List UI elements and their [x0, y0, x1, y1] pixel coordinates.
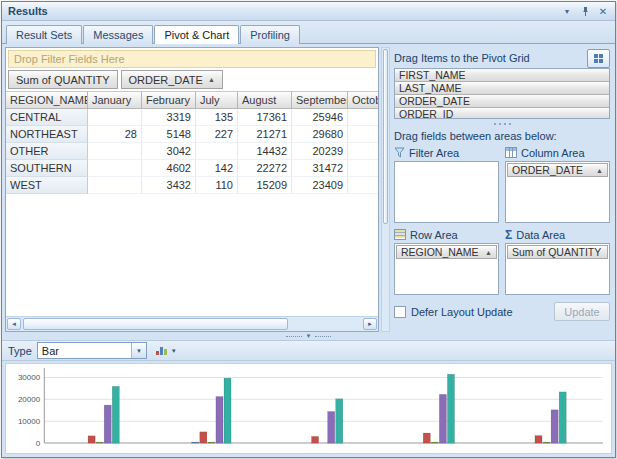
column-header-february[interactable]: February [142, 91, 196, 109]
row-header-southern[interactable]: SOUTHERN [6, 160, 88, 177]
data-cell: 29680 [292, 126, 348, 143]
data-cell: 3432 [142, 177, 196, 194]
tab-result-sets[interactable]: Result Sets [6, 25, 82, 44]
field-chooser-title: Drag Items to the Pivot Grid [394, 52, 587, 64]
field-list-item-order-id[interactable]: ORDER_ID [395, 108, 609, 119]
data-area-box[interactable]: Sum of QUANTITY [505, 243, 610, 295]
chart-type-select[interactable]: Bar ▼ [37, 342, 147, 359]
row-header-west[interactable]: WEST [6, 177, 88, 194]
row-header-other[interactable]: OTHER [6, 143, 88, 160]
field-list-item-first-name[interactable]: FIRST_NAME [395, 69, 609, 82]
area-field-label: REGION_NAME [401, 246, 479, 258]
column-field-button[interactable]: ORDER_DATE ▲ [121, 70, 223, 89]
splitter-collapse-icon[interactable]: ▼ [306, 333, 312, 339]
update-button[interactable]: Update [554, 302, 610, 321]
tab-messages[interactable]: Messages [83, 25, 153, 44]
field-chooser-grid-button[interactable] [587, 49, 610, 68]
data-cell [88, 143, 142, 160]
area-field-order-date[interactable]: ORDER_DATE▲ [507, 163, 608, 177]
field-list-item-order-date[interactable]: ORDER_DATE [395, 95, 609, 108]
area-field-region-name[interactable]: REGION_NAME▲ [396, 245, 497, 259]
chart-options-button[interactable]: ▼ [152, 342, 180, 360]
sigma-icon: Σ [505, 229, 512, 241]
chevron-down-icon[interactable]: ▼ [559, 4, 575, 18]
data-cell: 4602 [142, 160, 196, 177]
combo-dropdown-icon[interactable]: ▼ [131, 343, 146, 358]
resize-grip[interactable] [394, 119, 610, 128]
defer-row: Defer Layout Update Update [394, 302, 610, 321]
splitter-dash [315, 336, 331, 337]
field-list-item-last-name[interactable]: LAST_NAME [395, 82, 609, 95]
data-cell [88, 177, 142, 194]
filter-area-box[interactable] [394, 161, 499, 223]
data-area-label: Data Area [516, 229, 565, 241]
data-field-button[interactable]: Sum of QUANTITY [8, 70, 118, 89]
defer-checkbox[interactable] [394, 306, 406, 318]
pin-icon[interactable] [577, 4, 593, 18]
window-title: Results [8, 5, 557, 17]
scrollbar-track[interactable] [22, 318, 362, 331]
bar-july-central [96, 442, 103, 443]
row-area-box[interactable]: REGION_NAME▲ [394, 243, 499, 295]
chart-type-value: Bar [38, 345, 131, 357]
data-cell [88, 160, 142, 177]
v-scrollbar-thumb[interactable] [383, 49, 388, 224]
column-header-october[interactable]: October [348, 91, 379, 109]
area-field-sum-of-quantity[interactable]: Sum of QUANTITY [507, 245, 608, 259]
chart-options-dropdown-icon[interactable]: ▼ [171, 348, 177, 354]
y-tick-label: 0 [36, 439, 41, 448]
bar-september-northeast [224, 378, 231, 443]
row-field-label: REGION_NAME [10, 94, 88, 106]
y-tick-label: 20000 [18, 395, 41, 404]
data-cell [88, 109, 142, 126]
tab-profiling[interactable]: Profiling [240, 25, 300, 44]
column-header-july[interactable]: July [196, 91, 238, 109]
funnel-icon [394, 147, 405, 160]
row-field-button[interactable]: REGION_NAME▲ [6, 91, 88, 109]
rows-icon [394, 229, 406, 242]
column-area-label: Column Area [521, 147, 585, 159]
column-header-january[interactable]: January [88, 91, 142, 109]
sort-asc-icon: ▲ [596, 167, 603, 174]
data-cell [348, 177, 379, 194]
scroll-left-arrow[interactable]: ◄ [7, 318, 21, 330]
scrollbar-thumb[interactable] [23, 318, 288, 330]
scroll-right-arrow[interactable]: ► [363, 318, 377, 330]
pivot-header-row: REGION_NAME▲JanuaryFebruaryJulyAugustSep… [6, 91, 378, 109]
h-scrollbar[interactable]: ◄ ► [6, 316, 378, 331]
bar-january-northeast [192, 442, 199, 443]
data-cell [348, 126, 379, 143]
data-cell: 5148 [142, 126, 196, 143]
pane-splitter[interactable]: ▼ [2, 332, 615, 340]
bar-september-west [559, 392, 566, 443]
row-header-northeast[interactable]: NORTHEAST [6, 126, 88, 143]
bar-september-southern [447, 374, 454, 443]
tab-pivot-chart[interactable]: Pivot & Chart [154, 25, 239, 44]
data-cell: 17361 [238, 109, 292, 126]
data-cell [348, 143, 379, 160]
column-area-box[interactable]: ORDER_DATE▲ [505, 161, 610, 223]
field-list: FIRST_NAMELAST_NAMEORDER_DATEORDER_ID [394, 68, 610, 119]
row-area-header: Row Area [394, 227, 499, 243]
data-cell: 28 [88, 126, 142, 143]
bar-august-other [328, 412, 335, 444]
data-cell: 31472 [292, 160, 348, 177]
filter-drop-zone[interactable]: Drop Filter Fields Here [8, 50, 376, 68]
sort-asc-icon: ▲ [208, 76, 215, 83]
close-icon[interactable]: ✕ [595, 4, 611, 18]
column-header-august[interactable]: August [238, 91, 292, 109]
data-cell: 135 [196, 109, 238, 126]
data-cell: 142 [196, 160, 238, 177]
data-cell: 15209 [238, 177, 292, 194]
titlebar: Results ▼ ✕ [2, 2, 615, 21]
field-chooser-header: Drag Items to the Pivot Grid [394, 48, 610, 68]
bar-february-west [535, 436, 542, 444]
column-header-september[interactable]: September [292, 91, 348, 109]
bar-august-southern [439, 394, 446, 443]
data-cell: 14432 [238, 143, 292, 160]
filter-area-header: Filter Area [394, 145, 499, 161]
table-row: OTHER30421443220239 [6, 143, 378, 160]
v-scrollbar[interactable] [381, 47, 390, 332]
bar-july-west [543, 442, 550, 443]
row-header-central[interactable]: CENTRAL [6, 109, 88, 126]
